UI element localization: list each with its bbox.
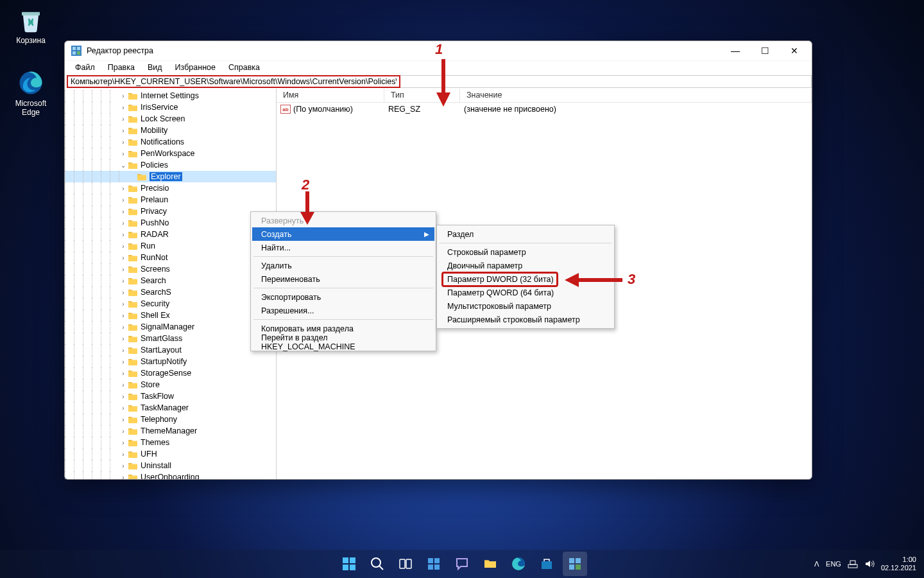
chevron-icon[interactable]: ›: [119, 289, 128, 296]
maximize-button[interactable]: ☐: [750, 41, 780, 60]
network-icon[interactable]: [848, 559, 858, 569]
start-button[interactable]: [337, 552, 361, 576]
list-row-default[interactable]: ab (По умолчанию) REG_SZ (значение не пр…: [277, 103, 812, 116]
chevron-icon[interactable]: ›: [119, 405, 128, 412]
minimize-button[interactable]: —: [721, 41, 750, 60]
tree-pane[interactable]: ›Internet Settings›IrisService›Lock Scre…: [65, 89, 277, 479]
address-input[interactable]: [67, 75, 400, 88]
chevron-icon[interactable]: ›: [119, 266, 128, 273]
chevron-icon[interactable]: ›: [119, 254, 128, 261]
ctx-permissions[interactable]: Разрешения...: [252, 304, 434, 317]
tree-item[interactable]: Explorer: [65, 171, 276, 182]
close-button[interactable]: ✕: [780, 41, 809, 60]
chevron-icon[interactable]: ›: [119, 416, 128, 423]
chevron-icon[interactable]: ›: [119, 312, 128, 319]
tree-item[interactable]: ›Search: [65, 275, 276, 286]
ctx-new-multistring[interactable]: Мультистроковый параметр: [438, 299, 613, 313]
tree-item[interactable]: ›Internet Settings: [65, 90, 276, 101]
chevron-icon[interactable]: ›: [119, 428, 128, 435]
ctx-new-key[interactable]: Раздел: [438, 227, 613, 241]
widgets-button[interactable]: [422, 552, 446, 576]
ctx-new-binary[interactable]: Двоичный параметр: [438, 259, 613, 272]
tree-item[interactable]: ›PenWorkspace: [65, 148, 276, 159]
tree-item[interactable]: ›Privacy: [65, 206, 276, 217]
tree-item[interactable]: ›StartLayout: [65, 344, 276, 356]
desktop-edge[interactable]: Microsoft Edge: [6, 69, 55, 117]
tree-item[interactable]: ›Telephony: [65, 414, 276, 425]
tree-item[interactable]: ›Prelaun: [65, 194, 276, 206]
search-button[interactable]: [365, 552, 389, 576]
ctx-goto-hklm[interactable]: Перейти в раздел HKEY_LOCAL_MACHINE: [252, 335, 434, 349]
chevron-icon[interactable]: ›: [119, 150, 128, 157]
chevron-icon[interactable]: ›: [119, 139, 128, 146]
chevron-icon[interactable]: ›: [119, 116, 128, 123]
tree-item[interactable]: ›RADAR: [65, 229, 276, 240]
tree-item[interactable]: ›Security: [65, 298, 276, 310]
regedit-taskbar[interactable]: [563, 552, 587, 576]
desktop-recycle-bin[interactable]: Корзина: [6, 6, 55, 45]
ctx-delete[interactable]: Удалить: [252, 259, 434, 272]
chevron-icon[interactable]: ⌄: [119, 162, 128, 169]
tree-item[interactable]: ›SearchS: [65, 286, 276, 298]
chevron-icon[interactable]: ›: [119, 104, 128, 111]
chevron-icon[interactable]: ›: [119, 208, 128, 215]
tray-language[interactable]: ENG: [826, 560, 841, 568]
tree-item[interactable]: ›Shell Ex: [65, 310, 276, 321]
chevron-icon[interactable]: ›: [119, 347, 128, 354]
taskbar[interactable]: ᐱ ENG 1:00 02.12.2021: [0, 550, 924, 578]
tree-item[interactable]: ›ThemeManager: [65, 425, 276, 437]
chevron-icon[interactable]: ›: [119, 243, 128, 250]
taskview-button[interactable]: [393, 552, 418, 576]
menu-favorites[interactable]: Избранное: [169, 61, 222, 74]
chevron-icon[interactable]: ›: [119, 370, 128, 377]
ctx-new-expandstring[interactable]: Расширяемый строковый параметр: [438, 313, 613, 326]
chat-button[interactable]: [450, 552, 474, 576]
ctx-new-string[interactable]: Строковый параметр: [438, 245, 613, 259]
tree-item[interactable]: ›Store: [65, 379, 276, 390]
address-input-extra[interactable]: [400, 75, 812, 88]
chevron-icon[interactable]: ›: [119, 277, 128, 285]
ctx-export[interactable]: Экспортировать: [252, 290, 434, 304]
menu-file[interactable]: Файл: [69, 61, 101, 74]
chevron-icon[interactable]: ›: [119, 335, 128, 342]
chevron-icon[interactable]: ›: [119, 301, 128, 308]
tree-item[interactable]: ›Mobility: [65, 125, 276, 136]
tree-item[interactable]: ›RunNot: [65, 252, 276, 263]
chevron-icon[interactable]: ›: [119, 324, 128, 331]
tree-item[interactable]: ›PushNo: [65, 217, 276, 229]
tray-chevron[interactable]: ᐱ: [814, 560, 819, 568]
chevron-icon[interactable]: ›: [119, 439, 128, 446]
store-button[interactable]: [535, 552, 559, 576]
tree-item[interactable]: ›SmartGlass: [65, 333, 276, 344]
ctx-rename[interactable]: Переименовать: [252, 272, 434, 286]
chevron-icon[interactable]: ›: [119, 451, 128, 458]
ctx-new-qword[interactable]: Параметр QWORD (64 бита): [438, 286, 613, 299]
tree-item[interactable]: ›TaskFlow: [65, 390, 276, 402]
tree-item[interactable]: ›Themes: [65, 437, 276, 448]
tree-item[interactable]: ›Screens: [65, 263, 276, 275]
volume-icon[interactable]: [864, 559, 875, 569]
menu-view[interactable]: Вид: [141, 61, 169, 74]
clock[interactable]: 1:00 02.12.2021: [881, 556, 916, 572]
chevron-icon[interactable]: ›: [119, 220, 128, 227]
chevron-icon[interactable]: ›: [119, 358, 128, 365]
menu-edit[interactable]: Правка: [101, 61, 141, 74]
chevron-icon[interactable]: ›: [119, 474, 128, 480]
tree-item[interactable]: ›TaskManager: [65, 402, 276, 414]
tree-item[interactable]: ›UserOnboarding: [65, 471, 276, 479]
col-value[interactable]: Значение: [460, 89, 812, 102]
edge-button[interactable]: [506, 552, 531, 576]
col-name[interactable]: Имя: [277, 89, 384, 102]
tree-item[interactable]: ›Run: [65, 240, 276, 252]
tree-item[interactable]: ›Lock Screen: [65, 113, 276, 125]
explorer-button[interactable]: [478, 552, 502, 576]
chevron-icon[interactable]: ›: [119, 381, 128, 389]
ctx-find[interactable]: Найти...: [252, 241, 434, 254]
tree-item[interactable]: ›Precisio: [65, 182, 276, 194]
chevron-icon[interactable]: ›: [119, 393, 128, 400]
tree-item[interactable]: ›StorageSense: [65, 367, 276, 379]
chevron-icon[interactable]: ›: [119, 127, 128, 134]
menu-help[interactable]: Справка: [222, 61, 266, 74]
tree-item[interactable]: ›SignalManager: [65, 321, 276, 333]
tree-item[interactable]: ›Notifications: [65, 136, 276, 148]
